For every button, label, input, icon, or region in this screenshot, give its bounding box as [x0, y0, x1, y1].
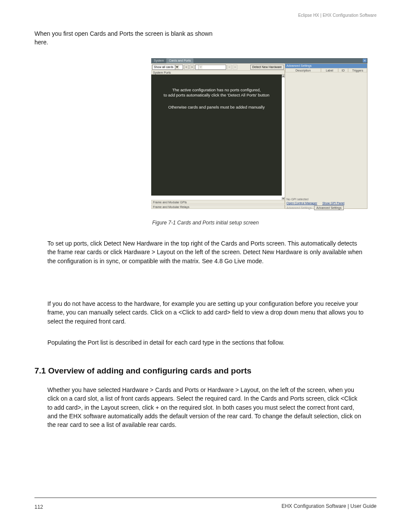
show-cards-combo-text: Show all cards [153, 65, 175, 69]
intro-text-line2: here. [0, 39, 411, 46]
page-header-id: Eclipse HX | EHX Configuration Software [298, 13, 377, 18]
paragraph-detect: To set up ports, click Detect New Hardwa… [0, 239, 411, 265]
nav-next-button[interactable]: > [190, 65, 194, 70]
canvas-message-line1: The active configuration has no ports co… [151, 87, 282, 92]
col-label[interactable]: Label [321, 68, 338, 72]
detect-new-hardware-button[interactable]: Detect New Hardware [250, 65, 284, 70]
nav-prev-button[interactable]: < [184, 65, 189, 70]
col-description[interactable]: Description [285, 68, 321, 72]
figure-caption: Figure 7-1 Cards and Ports initial setup… [0, 220, 411, 226]
page-number: 112 [34, 504, 43, 510]
tab-cards-and-ports[interactable]: Cards and Ports [166, 58, 193, 63]
paragraph-manual2: Populating the Port list is described in… [0, 338, 411, 347]
overview-heading: 7.1 Overview of adding and configuring c… [34, 366, 252, 376]
chevron-down-icon[interactable] [175, 65, 179, 69]
intro-text-line1: When you first open Cards and Ports the … [0, 30, 411, 37]
footer-rule [34, 498, 377, 498]
no-gpi-selected-text: No GPI selected [286, 198, 366, 201]
overview-body: Whether you have selected Hardware > Car… [0, 386, 411, 429]
figure-screenshot: System Cards and Ports × Show all cards … [151, 58, 367, 209]
nav-prev-button-disabled: < [227, 65, 232, 70]
ports-canvas: The active configuration has no ports co… [151, 75, 282, 196]
col-id[interactable]: ID [338, 68, 349, 72]
advanced-settings-label: Advanced Settings: [286, 206, 312, 209]
advanced-settings-panel: Advanced Settings Description Label ID T… [285, 63, 367, 209]
canvas-message-line3: Otherwise cards and panels must be added… [151, 105, 282, 109]
tab-bar: System Cards and Ports × [151, 58, 367, 63]
system-ports-header[interactable]: System Ports [151, 70, 285, 75]
paragraph-manual: If you do not have access to the hardwar… [0, 299, 411, 326]
toolbar: Show all cards < > < > Detect New Hardwa… [151, 63, 285, 70]
frame-gpis-header[interactable]: Frame and Modular GPIs [151, 200, 285, 204]
advanced-settings-button[interactable]: Advanced Settings [314, 205, 343, 210]
close-icon[interactable]: × [363, 59, 367, 62]
advanced-settings-columns: Description Label ID Triggers [285, 68, 367, 72]
advanced-settings-body [285, 72, 367, 197]
chevron-down-icon[interactable] [198, 65, 202, 69]
frame-relays-header[interactable]: Frame and Modular Relays [151, 205, 285, 209]
secondary-combo[interactable] [195, 65, 226, 70]
tab-system[interactable]: System [151, 58, 166, 63]
col-triggers[interactable]: Triggers [348, 68, 367, 72]
advanced-settings-footer: No GPI selected Open Control Manager Sho… [285, 196, 367, 208]
scroll-up-icon[interactable] [282, 75, 285, 78]
canvas-message-line2: to add ports automatically click the 'De… [151, 93, 282, 97]
show-cards-combo[interactable]: Show all cards [152, 65, 183, 70]
footer-manual-title: EHX Configuration Software | User Guide [281, 503, 377, 509]
advanced-settings-title: Advanced Settings [285, 64, 367, 68]
open-control-manager-link[interactable]: Open Control Manager [286, 202, 317, 205]
show-gpi-panel-link[interactable]: Show GPI Panel [322, 202, 344, 205]
nav-next-button-disabled: > [233, 65, 237, 70]
